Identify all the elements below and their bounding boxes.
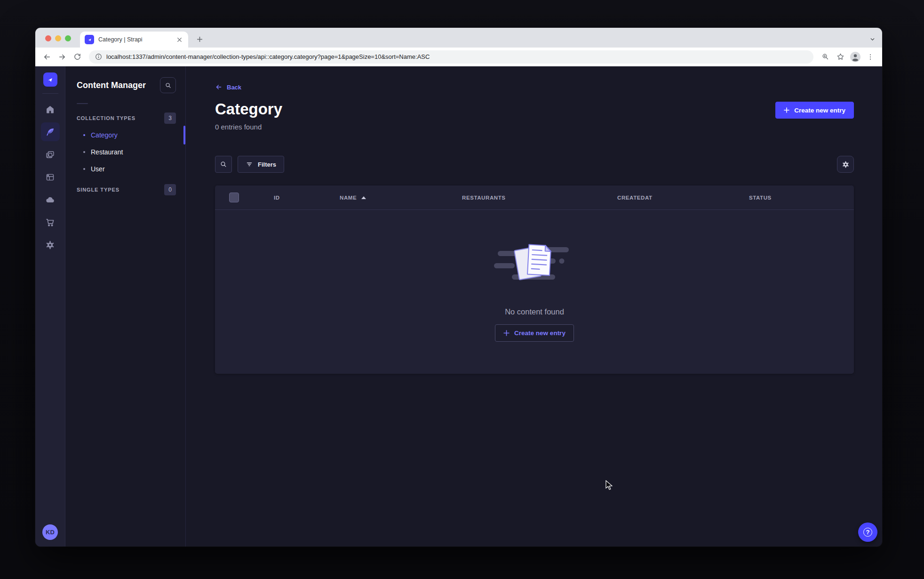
- collection-types-count-badge: 3: [164, 113, 176, 124]
- active-item-indicator: [183, 126, 185, 145]
- question-mark-icon: ?: [863, 528, 872, 537]
- main-nav-rail: KD: [35, 66, 65, 547]
- filter-icon: [246, 161, 253, 168]
- back-link[interactable]: Back: [215, 83, 241, 91]
- nav-deploy-cloud-icon[interactable]: [41, 190, 60, 209]
- sidebar-item-restaurant[interactable]: Restaurant: [65, 144, 185, 161]
- minimize-window-button[interactable]: [55, 35, 61, 41]
- url-bar[interactable]: localhost:1337/admin/content-manager/col…: [89, 50, 813, 64]
- browser-window: Category | Strapi localhost:1337/admin/c…: [35, 28, 882, 547]
- column-header-id[interactable]: ID: [274, 195, 340, 201]
- list-action-bar: Filters: [215, 156, 854, 173]
- entries-table: ID NAME RESTAURANTS CREATEDAT STATUS: [215, 185, 854, 374]
- sidebar-item-user[interactable]: User: [65, 161, 185, 177]
- sidebar-item-category[interactable]: Category: [65, 127, 185, 144]
- sidebar-item-label: Category: [91, 131, 118, 139]
- nav-content-manager-icon[interactable]: [41, 122, 60, 141]
- window-controls: [45, 35, 71, 41]
- bullet-icon: [83, 134, 85, 136]
- main-content: Back Category Create new entry 0 entries…: [186, 66, 882, 547]
- filters-button[interactable]: Filters: [238, 156, 284, 173]
- select-all-checkbox[interactable]: [229, 193, 239, 202]
- entries-count-subtitle: 0 entries found: [215, 123, 854, 131]
- nav-content-type-builder-icon[interactable]: [41, 168, 60, 186]
- single-types-count-badge: 0: [164, 184, 176, 195]
- gear-icon: [842, 161, 850, 169]
- nav-media-library-icon[interactable]: [41, 145, 60, 164]
- empty-state-message: No content found: [505, 307, 564, 316]
- bullet-icon: [83, 168, 85, 170]
- table-header-row: ID NAME RESTAURANTS CREATEDAT STATUS: [215, 185, 854, 210]
- column-header-name[interactable]: NAME: [340, 195, 462, 201]
- search-button[interactable]: [215, 156, 232, 173]
- column-header-createdat[interactable]: CREATEDAT: [617, 195, 749, 201]
- create-new-entry-button[interactable]: Create new entry: [775, 102, 854, 119]
- close-tab-icon[interactable]: [175, 35, 183, 44]
- plus-icon: [503, 330, 510, 336]
- fullscreen-window-button[interactable]: [65, 35, 71, 41]
- site-info-icon[interactable]: [95, 53, 102, 60]
- sort-ascending-icon: [361, 196, 366, 199]
- column-header-restaurants[interactable]: RESTAURANTS: [462, 195, 617, 201]
- nav-settings-gear-icon[interactable]: [41, 235, 60, 254]
- back-nav-icon[interactable]: [40, 50, 54, 64]
- empty-create-new-entry-button[interactable]: Create new entry: [495, 324, 574, 342]
- single-types-label: SINGLE TYPES: [77, 187, 119, 193]
- zoom-page-icon[interactable]: [818, 50, 832, 64]
- forward-nav-icon[interactable]: [55, 50, 69, 64]
- view-settings-button[interactable]: [837, 156, 854, 173]
- help-button[interactable]: ?: [858, 523, 877, 542]
- strapi-logo[interactable]: [43, 72, 57, 87]
- strapi-admin-app: KD Content Manager COLLECTION TYPES 3 Ca…: [35, 66, 882, 547]
- subnav-search-button[interactable]: [160, 77, 176, 93]
- new-tab-button[interactable]: [193, 32, 206, 46]
- user-avatar[interactable]: KD: [42, 524, 58, 540]
- content-manager-subnav: Content Manager COLLECTION TYPES 3 Categ…: [65, 66, 186, 547]
- search-icon: [220, 161, 227, 168]
- sidebar-item-label: User: [91, 165, 105, 173]
- collection-types-label: COLLECTION TYPES: [77, 115, 135, 121]
- bookmark-star-icon[interactable]: [833, 50, 847, 64]
- column-header-status[interactable]: STATUS: [749, 195, 854, 201]
- reload-icon[interactable]: [70, 50, 84, 64]
- browser-tab-active[interactable]: Category | Strapi: [80, 32, 188, 48]
- sidebar-item-label: Restaurant: [91, 148, 123, 156]
- back-arrow-icon: [215, 83, 223, 91]
- empty-state: No content found Create new entry: [215, 210, 854, 342]
- strapi-favicon: [85, 35, 94, 44]
- nav-marketplace-cart-icon[interactable]: [41, 213, 60, 232]
- close-window-button[interactable]: [45, 35, 51, 41]
- tab-search-chevron-icon[interactable]: [867, 34, 877, 44]
- nav-divider: [42, 93, 58, 94]
- subnav-title: Content Manager: [77, 80, 146, 90]
- browser-tab-strip: Category | Strapi: [35, 28, 882, 48]
- browser-toolbar: localhost:1337/admin/content-manager/col…: [35, 48, 882, 66]
- subnav-divider: [77, 103, 88, 104]
- browser-menu-icon[interactable]: [863, 50, 877, 64]
- url-text: localhost:1337/admin/content-manager/col…: [106, 53, 430, 60]
- no-content-illustration: [494, 240, 575, 295]
- profile-avatar-icon[interactable]: [848, 50, 862, 64]
- tab-title: Category | Strapi: [98, 36, 171, 43]
- plus-icon: [784, 107, 789, 113]
- nav-home-icon[interactable]: [41, 100, 60, 119]
- page-title: Category: [215, 101, 282, 118]
- bullet-icon: [83, 151, 85, 153]
